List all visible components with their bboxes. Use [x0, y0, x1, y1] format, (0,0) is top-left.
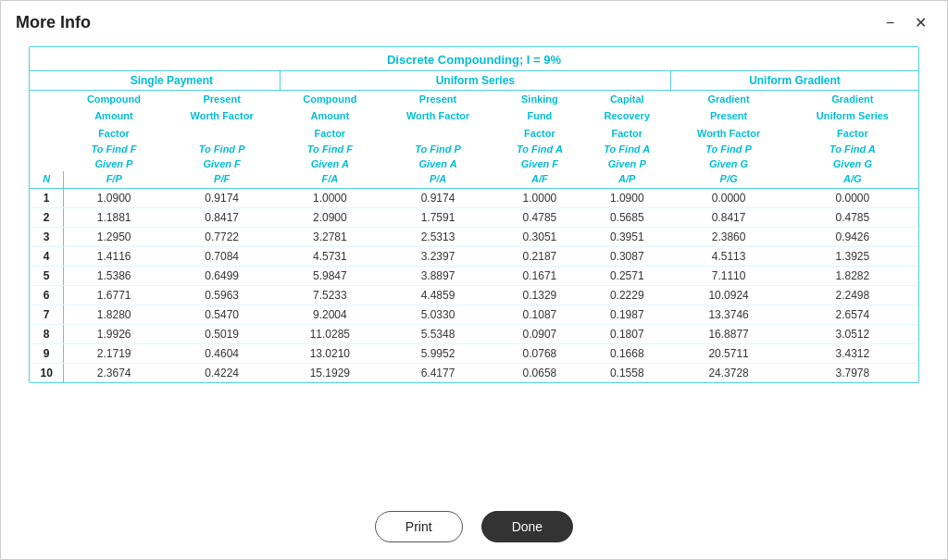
col-h8-find: To Find A — [787, 142, 918, 156]
data-cell-3: 4.4859 — [380, 286, 495, 305]
col-h5-1: Sinking — [496, 91, 583, 108]
col-h4-formula: P/A — [380, 171, 495, 189]
data-cell-5: 0.2571 — [583, 267, 670, 286]
footer-area: Print Done — [1, 500, 947, 559]
data-cell-3: 2.5313 — [380, 228, 495, 247]
col-h5-find: To Find A — [496, 142, 583, 156]
col-h6-formula: A/P — [583, 171, 670, 189]
col-h8-1: Gradient — [787, 91, 918, 108]
col-h6-1: Capital — [583, 91, 670, 108]
col-h7-3: Worth Factor — [670, 125, 786, 142]
data-cell-6: 20.5711 — [670, 344, 786, 364]
data-cell-6: 7.1110 — [670, 267, 786, 286]
n-cell: 6 — [30, 286, 64, 305]
data-cell-7: 0.9426 — [787, 228, 918, 247]
table-row: 102.36740.422415.19296.41770.06580.15582… — [30, 364, 918, 383]
n-cell: 4 — [30, 247, 64, 267]
col-h4-1: Present — [380, 91, 495, 108]
data-cell-2: 13.0210 — [280, 344, 380, 364]
col-header-row-1: Compound Present Compound Present Sinkin… — [30, 91, 918, 108]
data-cell-0: 1.2950 — [64, 228, 164, 247]
data-cell-0: 1.4116 — [64, 247, 164, 267]
table-body: 11.09000.91741.00000.91741.00001.09000.0… — [30, 189, 918, 383]
col-h3-formula: F/A — [280, 171, 380, 189]
col-h4-3 — [380, 125, 495, 142]
table-row: 31.29500.77223.27812.53130.30510.39512.3… — [30, 228, 918, 247]
col-h6-2: Recovery — [583, 107, 670, 124]
data-cell-1: 0.4604 — [164, 344, 280, 364]
data-cell-0: 1.6771 — [64, 286, 164, 305]
col-h6-given: Given P — [583, 156, 670, 171]
data-cell-3: 1.7591 — [380, 208, 495, 228]
data-cell-3: 5.5348 — [380, 325, 495, 344]
data-cell-0: 1.9926 — [64, 325, 164, 344]
data-cell-4: 0.0658 — [496, 364, 583, 383]
data-cell-6: 10.0924 — [670, 286, 786, 305]
table-row: 81.99260.501911.02855.53480.09070.180716… — [30, 325, 918, 344]
n-cell: 1 — [30, 189, 64, 208]
data-cell-3: 3.2397 — [380, 247, 495, 267]
table-container: Discrete Compounding; I = 9% Single Paym… — [29, 46, 919, 383]
data-cell-5: 0.1807 — [583, 325, 670, 344]
n-col-header-1 — [30, 91, 64, 108]
col-h1-1: Compound — [64, 91, 164, 108]
col-h8-given: Given G — [787, 156, 918, 171]
data-cell-7: 0.4785 — [787, 208, 918, 228]
col-h2-find: To Find P — [164, 142, 280, 156]
data-cell-2: 11.0285 — [280, 325, 380, 344]
window-controls: − ✕ — [880, 12, 932, 33]
data-cell-2: 7.5233 — [280, 286, 380, 305]
data-cell-5: 1.0900 — [583, 189, 670, 208]
title-bar: More Info − ✕ — [1, 1, 947, 41]
col-h3-find: To Find F — [280, 142, 380, 156]
data-cell-4: 1.0000 — [496, 189, 583, 208]
given-row: Given P Given F Given A Given A Given F … — [30, 156, 918, 171]
data-table: Discrete Compounding; I = 9% Single Paym… — [30, 47, 918, 382]
data-cell-2: 4.5731 — [280, 247, 380, 267]
col-h1-2: Amount — [64, 107, 164, 124]
data-cell-3: 5.0330 — [380, 305, 495, 325]
data-cell-5: 0.3951 — [583, 228, 670, 247]
data-cell-2: 15.1929 — [280, 364, 380, 383]
col-h7-formula: P/G — [670, 171, 786, 189]
data-cell-5: 0.1668 — [583, 344, 670, 364]
content-area: Discrete Compounding; I = 9% Single Paym… — [1, 41, 947, 500]
data-cell-4: 0.1671 — [496, 267, 583, 286]
data-cell-5: 0.5685 — [583, 208, 670, 228]
col-h5-2: Fund — [496, 107, 583, 124]
col-h5-formula: A/F — [496, 171, 583, 189]
main-title-row: Discrete Compounding; I = 9% — [30, 47, 918, 71]
close-button[interactable]: ✕ — [909, 12, 932, 33]
data-cell-6: 0.8417 — [670, 208, 786, 228]
data-cell-3: 0.9174 — [380, 189, 495, 208]
n-label: N — [30, 171, 64, 189]
data-cell-4: 0.4785 — [496, 208, 583, 228]
col-h4-find: To Find P — [380, 142, 495, 156]
n-cell: 5 — [30, 267, 64, 286]
data-cell-0: 1.1881 — [64, 208, 164, 228]
single-payment-header: Single Payment — [64, 71, 280, 91]
section-header-row: Single Payment Uniform Series Uniform Gr… — [30, 71, 918, 91]
col-h5-given: Given F — [496, 156, 583, 171]
col-header-row-2: Amount Worth Factor Amount Worth Factor … — [30, 107, 918, 124]
data-cell-1: 0.5019 — [164, 325, 280, 344]
col-h7-find: To Find P — [670, 142, 786, 156]
data-cell-2: 5.9847 — [280, 267, 380, 286]
data-cell-1: 0.9174 — [164, 189, 280, 208]
col-h7-2: Present — [670, 107, 786, 124]
data-cell-0: 1.0900 — [64, 189, 164, 208]
data-cell-4: 0.1087 — [496, 305, 583, 325]
col-h3-given: Given A — [280, 156, 380, 171]
done-button[interactable]: Done — [481, 511, 573, 542]
data-cell-0: 2.3674 — [64, 364, 164, 383]
data-cell-0: 1.8280 — [64, 305, 164, 325]
data-cell-7: 1.3925 — [787, 247, 918, 267]
data-cell-0: 1.5386 — [64, 267, 164, 286]
print-button[interactable]: Print — [375, 511, 463, 542]
col-h4-2: Worth Factor — [380, 107, 495, 124]
data-cell-7: 2.6574 — [787, 305, 918, 325]
minimize-button[interactable]: − — [880, 13, 900, 33]
col-h6-find: To Find A — [583, 142, 670, 156]
col-h6-3: Factor — [583, 125, 670, 142]
col-h3-1: Compound — [280, 91, 380, 108]
